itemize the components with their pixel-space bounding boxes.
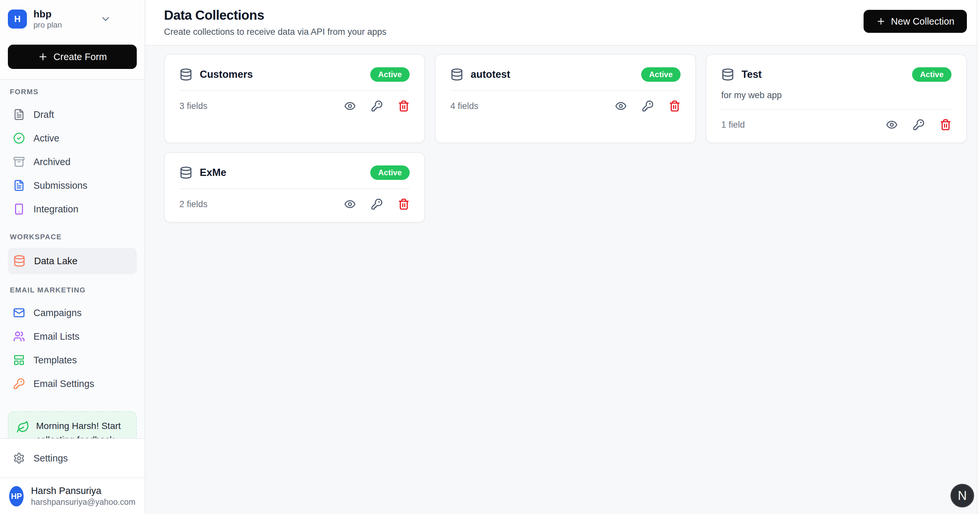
sidebar: H hbp pro plan Create Form FORMS	[0, 0, 145, 514]
collections-grid: Customers Active 3 fields	[145, 46, 977, 514]
key-icon	[371, 100, 383, 112]
plus-icon	[38, 51, 48, 62]
view-collection-button[interactable]	[615, 100, 627, 112]
section-label-forms: FORMS	[8, 88, 137, 103]
key-icon	[371, 198, 383, 210]
page-title: Data Collections	[164, 8, 387, 22]
sidebar-item-submissions[interactable]: Submissions	[8, 174, 137, 197]
eye-icon	[615, 100, 627, 112]
workspace-avatar: H	[8, 10, 27, 29]
user-menu[interactable]: HP Harsh Pansuriya harshpansuriya@yahoo.…	[0, 477, 145, 514]
trash-icon	[398, 100, 410, 112]
page-header: Data Collections Create collections to r…	[145, 0, 977, 46]
create-form-button[interactable]: Create Form	[8, 45, 137, 69]
sidebar-item-templates[interactable]: Templates	[8, 348, 137, 372]
collection-card-exme[interactable]: ExMe Active 2 fields	[164, 152, 425, 222]
database-icon	[13, 255, 25, 267]
users-icon	[13, 330, 25, 342]
page-subtitle: Create collections to receive data via A…	[164, 27, 387, 37]
sidebar-item-archived[interactable]: Archived	[8, 150, 137, 174]
mail-icon	[13, 307, 25, 319]
view-collection-button[interactable]	[886, 119, 898, 131]
sidebar-item-campaigns[interactable]: Campaigns	[8, 301, 137, 325]
collection-card-customers[interactable]: Customers Active 3 fields	[164, 54, 425, 143]
key-icon	[13, 378, 25, 389]
divider	[450, 90, 681, 91]
trash-icon	[669, 100, 681, 112]
sidebar-item-email-settings[interactable]: Email Settings	[8, 372, 137, 396]
collection-name: Customers	[200, 69, 253, 80]
scrollbar-track[interactable]	[977, 0, 980, 514]
section-label-workspace: WORKSPACE	[8, 233, 137, 248]
circle-check-icon	[13, 132, 25, 144]
sidebar-item-label: Campaigns	[33, 308, 82, 318]
sidebar-item-integration[interactable]: Integration	[8, 197, 137, 221]
database-icon	[180, 166, 192, 179]
card-footer: 3 fields	[180, 100, 410, 112]
sidebar-item-label: Templates	[33, 355, 77, 366]
leaf-icon	[16, 420, 30, 434]
eye-icon	[344, 198, 356, 210]
status-badge: Active	[370, 67, 410, 82]
api-key-button[interactable]	[371, 100, 383, 112]
collection-card-test[interactable]: Test Active for my web app 1 field	[706, 54, 967, 143]
delete-collection-button[interactable]	[669, 100, 681, 112]
user-name: Harsh Pansuriya	[31, 485, 135, 496]
card-footer: 1 field	[721, 119, 951, 131]
user-meta: Harsh Pansuriya harshpansuriya@yahoo.com	[31, 485, 135, 507]
settings-label: Settings	[33, 453, 68, 464]
sidebar-item-label: Active	[33, 133, 59, 144]
sidebar-item-active[interactable]: Active	[8, 126, 137, 150]
api-key-button[interactable]	[371, 198, 383, 210]
card-footer: 4 fields	[450, 100, 681, 112]
delete-collection-button[interactable]	[398, 198, 410, 210]
key-icon	[913, 119, 924, 131]
create-form-label: Create Form	[54, 51, 107, 62]
card-header: Customers Active	[180, 67, 410, 82]
sidebar-header: H hbp pro plan Create Form	[0, 0, 145, 80]
sidebar-item-data-lake[interactable]: Data Lake	[8, 248, 137, 274]
api-key-button[interactable]	[642, 100, 654, 112]
sidebar-item-draft[interactable]: Draft	[8, 103, 137, 126]
sidebar-item-label: Submissions	[33, 180, 87, 191]
view-collection-button[interactable]	[344, 100, 356, 112]
card-actions	[344, 100, 410, 112]
new-collection-button[interactable]: New Collection	[864, 10, 967, 33]
database-icon	[180, 68, 192, 81]
section-label-email-marketing: EMAIL MARKETING	[8, 286, 137, 301]
sidebar-item-label: Archived	[33, 156, 70, 168]
sidebar-item-email-lists[interactable]: Email Lists	[8, 325, 137, 348]
chevron-down-icon	[100, 13, 111, 25]
delete-collection-button[interactable]	[398, 100, 410, 112]
status-badge: Active	[912, 67, 951, 82]
delete-collection-button[interactable]	[940, 119, 951, 131]
file-text-icon	[13, 180, 25, 192]
workspace-plan: pro plan	[33, 20, 62, 30]
fields-count: 4 fields	[450, 101, 479, 111]
sidebar-item-settings[interactable]: Settings	[0, 439, 145, 477]
card-actions	[615, 100, 681, 112]
status-badge: Active	[370, 165, 410, 180]
workspace-switcher[interactable]: H hbp pro plan	[8, 8, 137, 30]
sidebar-item-label: Integration	[33, 204, 78, 215]
sidebar-item-label: Email Lists	[33, 331, 80, 342]
api-key-button[interactable]	[913, 119, 924, 131]
card-actions	[344, 198, 410, 210]
divider	[180, 188, 410, 189]
card-actions	[886, 119, 951, 131]
sidebar-item-label: Data Lake	[34, 256, 77, 267]
view-collection-button[interactable]	[344, 198, 356, 210]
fields-count: 3 fields	[180, 101, 208, 111]
sidebar-nav: FORMS Draft Active Archived	[0, 80, 145, 438]
user-email: harshpansuriya@yahoo.com	[31, 497, 135, 507]
gear-icon	[13, 452, 25, 464]
key-icon	[642, 100, 654, 112]
sidebar-footer: Settings HP Harsh Pansuriya harshpansuri…	[0, 438, 145, 514]
collection-card-autotest[interactable]: autotest Active 4 fields	[435, 54, 696, 143]
divider	[721, 109, 951, 110]
archive-icon	[13, 156, 25, 168]
nextjs-dev-badge[interactable]: N	[950, 484, 974, 508]
fields-count: 1 field	[721, 120, 745, 130]
fields-count: 2 fields	[180, 199, 208, 209]
workspace-meta: hbp pro plan	[33, 8, 62, 30]
